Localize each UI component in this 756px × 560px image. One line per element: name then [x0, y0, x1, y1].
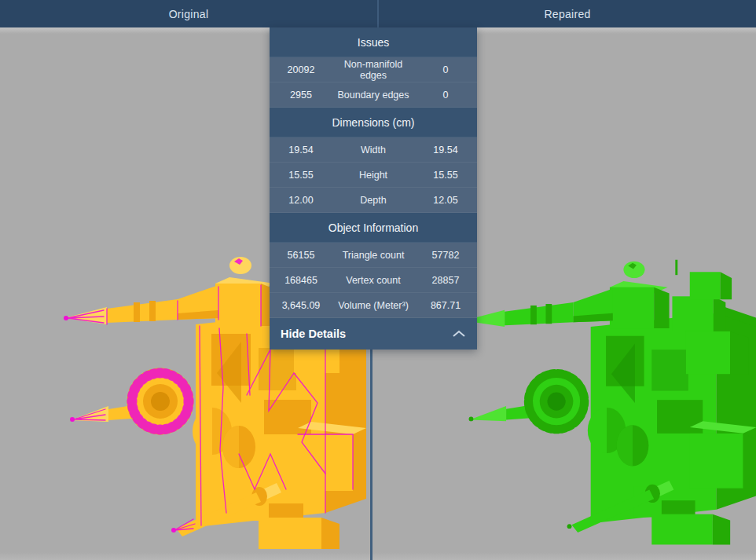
- original-value: 2955: [270, 90, 332, 101]
- stat-label: Volume (Meter³): [332, 300, 414, 311]
- row-width: 19.54 Width 19.54: [270, 137, 477, 163]
- repaired-value: 0: [414, 90, 477, 101]
- original-value: 168465: [270, 275, 332, 286]
- section-issues: Issues 20092 Non-manifold edges 0 2955 B…: [270, 27, 477, 108]
- tab-repaired[interactable]: Repaired: [379, 0, 756, 27]
- original-value: 12.00: [270, 195, 332, 206]
- repaired-value: 15.55: [414, 170, 477, 181]
- section-issues-title: Issues: [270, 27, 477, 57]
- stat-label: Triangle count: [332, 250, 414, 261]
- row-boundary-edges: 2955 Boundary edges 0: [270, 82, 477, 108]
- original-value: 20092: [270, 64, 332, 75]
- section-object-information: Object Information 56155 Triangle count …: [270, 213, 477, 318]
- tab-repaired-label: Repaired: [544, 8, 590, 20]
- original-value: 15.55: [270, 170, 332, 181]
- section-object-information-title: Object Information: [270, 213, 477, 243]
- stat-label: Boundary edges: [332, 90, 414, 101]
- original-value: 3,645.09: [270, 300, 332, 311]
- row-vertex-count: 168465 Vertex count 28857: [270, 268, 477, 293]
- stat-label: Height: [332, 170, 414, 181]
- tab-original[interactable]: Original: [0, 0, 377, 27]
- repaired-model: [457, 254, 756, 555]
- chevron-up-icon: [452, 330, 466, 338]
- details-panel: Issues 20092 Non-manifold edges 0 2955 B…: [270, 27, 477, 350]
- original-value: 19.54: [270, 145, 332, 156]
- stat-label: Depth: [332, 195, 414, 206]
- row-non-manifold-edges: 20092 Non-manifold edges 0: [270, 57, 477, 82]
- repaired-value: 0: [414, 64, 477, 75]
- repaired-value: 28857: [414, 275, 477, 286]
- hide-details-button[interactable]: Hide Details: [270, 318, 477, 350]
- row-depth: 12.00 Depth 12.05: [270, 188, 477, 213]
- row-height: 15.55 Height 15.55: [270, 163, 477, 188]
- tab-bar: Original Repaired: [0, 0, 756, 27]
- tab-original-label: Original: [169, 8, 209, 20]
- repaired-value: 19.54: [414, 145, 477, 156]
- section-dimensions-title: Dimensions (cm): [270, 108, 477, 137]
- repaired-value: 12.05: [414, 195, 477, 206]
- stat-label: Non-manifold edges: [332, 59, 414, 81]
- section-dimensions: Dimensions (cm) 19.54 Width 19.54 15.55 …: [270, 108, 477, 213]
- repaired-value: 57782: [414, 250, 477, 261]
- row-triangle-count: 56155 Triangle count 57782: [270, 243, 477, 268]
- original-value: 56155: [270, 250, 332, 261]
- stat-label: Width: [332, 145, 414, 156]
- repaired-value: 867.71: [414, 300, 477, 311]
- hide-details-label: Hide Details: [281, 328, 346, 340]
- stat-label: Vertex count: [332, 275, 414, 286]
- row-volume: 3,645.09 Volume (Meter³) 867.71: [270, 293, 477, 318]
